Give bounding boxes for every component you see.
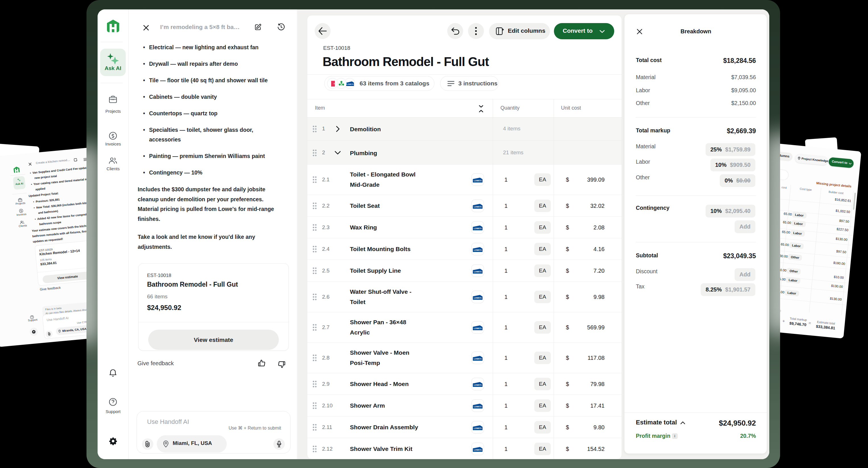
svg-text:LOWE'S: LOWE'S [346, 83, 353, 85]
svg-text:LOWE'S: LOWE'S [474, 206, 482, 208]
svg-text:LOWE'S: LOWE'S [474, 271, 482, 273]
svg-text:LOWE'S: LOWE'S [474, 358, 482, 360]
svg-text:LOWE'S: LOWE'S [474, 384, 482, 386]
svg-text:LOWE'S: LOWE'S [474, 228, 482, 229]
svg-text:LOWE'S: LOWE'S [474, 327, 482, 329]
svg-text:LOWE'S: LOWE'S [474, 297, 482, 299]
svg-text:LOWE'S: LOWE'S [474, 449, 482, 451]
svg-text:LOWE'S: LOWE'S [474, 180, 482, 182]
svg-text:LOWE'S: LOWE'S [474, 406, 482, 408]
svg-text:LOWE'S: LOWE'S [474, 427, 482, 429]
svg-text:LOWE'S: LOWE'S [474, 249, 482, 251]
